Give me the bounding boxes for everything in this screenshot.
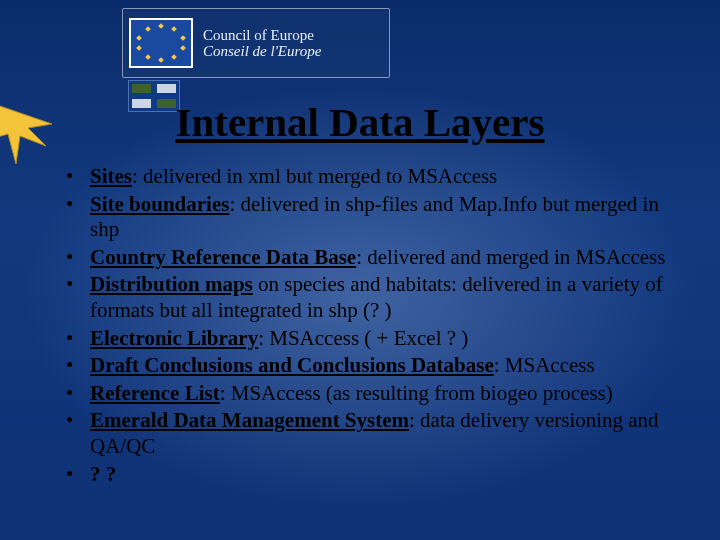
bullet-item: Emerald Data Management System: data del… <box>60 408 686 459</box>
bullet-item: ? ? <box>60 462 686 488</box>
bullet-list: Sites: delivered in xml but merged to MS… <box>60 164 686 487</box>
bullet-item: Distribution maps on species and habitat… <box>60 272 686 323</box>
eu-flag-icon <box>129 18 193 68</box>
slide-content: Sites: delivered in xml but merged to MS… <box>60 164 686 489</box>
logo-text-en: Council of Europe <box>203 27 321 43</box>
slide-title: Internal Data Layers <box>0 98 720 146</box>
header: Council of Europe Conseil de l'Europe <box>0 0 720 96</box>
council-of-europe-logo: Council of Europe Conseil de l'Europe <box>122 8 390 78</box>
bullet-item: Draft Conclusions and Conclusions Databa… <box>60 353 686 379</box>
logo-text: Council of Europe Conseil de l'Europe <box>203 27 321 59</box>
bullet-item: Reference List: MSAccess (as resulting f… <box>60 381 686 407</box>
slide: Council of Europe Conseil de l'Europe In… <box>0 0 720 540</box>
logo-text-fr: Conseil de l'Europe <box>203 43 321 59</box>
bullet-item: Country Reference Data Base: delivered a… <box>60 245 686 271</box>
bullet-item: Electronic Library: MSAccess ( + Excel ?… <box>60 326 686 352</box>
bullet-item: Sites: delivered in xml but merged to MS… <box>60 164 686 190</box>
bullet-item: Site boundaries: delivered in shp-files … <box>60 192 686 243</box>
